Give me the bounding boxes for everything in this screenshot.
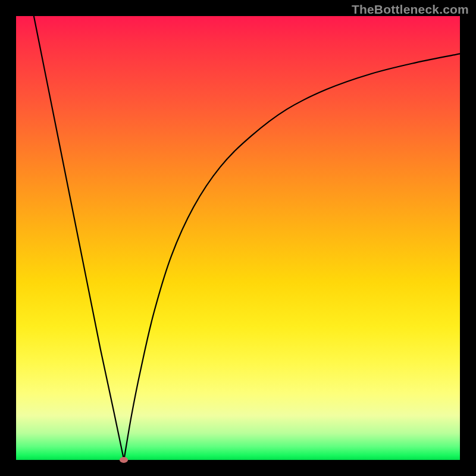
watermark-text: TheBottleneck.com [352, 2, 469, 17]
plot-area [16, 16, 460, 460]
chart-frame: TheBottleneck.com [0, 0, 476, 476]
minimum-marker [120, 457, 128, 463]
bottleneck-curve [16, 16, 460, 460]
